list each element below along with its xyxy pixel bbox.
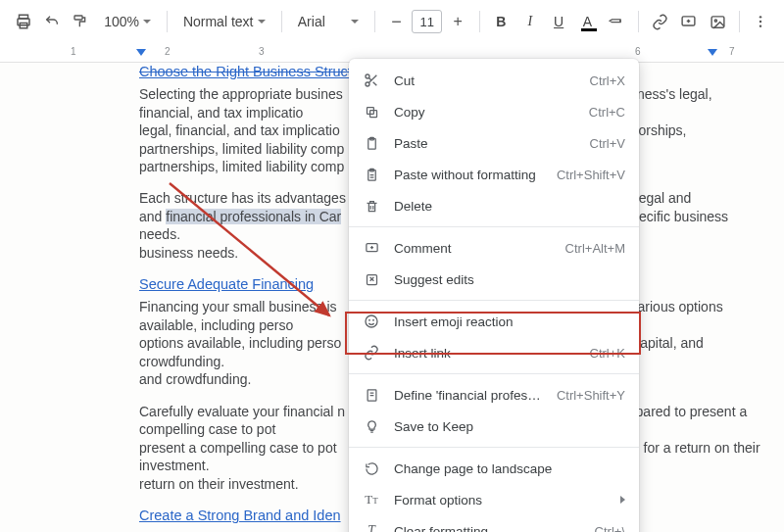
undo-button[interactable]: [38, 7, 65, 36]
add-comment-toolbar-button[interactable]: [675, 7, 702, 36]
trash-icon: [363, 197, 380, 215]
emoji-icon: [363, 313, 380, 330]
ctx-insert-link[interactable]: Insert link Ctrl+K: [349, 337, 639, 368]
minus-icon: −: [391, 12, 402, 32]
ctx-define[interactable]: Define 'financial professio...' Ctrl+Shi…: [349, 379, 639, 411]
menu-separator: [349, 447, 639, 448]
font-family-value: Arial: [298, 14, 325, 29]
more-vertical-icon: [753, 14, 768, 29]
italic-icon: I: [527, 14, 532, 29]
ctx-suggest-edits[interactable]: Suggest edits: [349, 264, 639, 295]
ctx-delete[interactable]: Delete: [349, 190, 639, 221]
insert-link-toolbar-button[interactable]: [647, 7, 673, 36]
zoom-value: 100%: [104, 14, 139, 29]
separator: [638, 11, 639, 32]
image-icon: [710, 14, 726, 30]
print-button[interactable]: [10, 7, 36, 36]
chevron-right-icon: [620, 496, 625, 504]
ruler-tick: 3: [259, 46, 265, 57]
svg-point-22: [373, 319, 374, 320]
svg-point-11: [366, 82, 369, 86]
decrease-font-size-button[interactable]: −: [383, 7, 410, 36]
menu-separator: [349, 373, 639, 374]
increase-font-size-button[interactable]: +: [444, 7, 470, 36]
chevron-down-icon: [258, 20, 266, 24]
ctx-change-landscape[interactable]: Change page to landscape: [349, 453, 639, 484]
chevron-down-icon: [351, 20, 359, 24]
svg-point-9: [760, 24, 761, 26]
more-toolbar-button[interactable]: [748, 7, 774, 36]
font-size-input[interactable]: 11: [412, 10, 442, 33]
paragraph-style-value: Normal text: [183, 14, 254, 29]
lightbulb-icon: [363, 417, 380, 435]
text-color-icon: A: [583, 14, 592, 29]
scissors-icon: [363, 72, 380, 89]
zoom-combo[interactable]: 100%: [96, 7, 159, 36]
format-icon: TT: [363, 491, 380, 508]
plus-icon: +: [453, 13, 462, 30]
ctx-clear-formatting[interactable]: T✕ Clear formatting Ctrl+\: [349, 515, 639, 532]
ctx-copy[interactable]: Copy Ctrl+C: [349, 96, 639, 127]
svg-point-7: [760, 16, 761, 18]
clipboard-plain-icon: [363, 166, 380, 183]
font-family-combo[interactable]: Arial: [290, 7, 367, 36]
ctx-emoji-reaction[interactable]: Insert emoji reaction: [349, 306, 639, 337]
svg-point-8: [760, 21, 761, 23]
print-icon: [15, 13, 32, 30]
clear-format-icon: T✕: [363, 522, 380, 532]
ruler-tick: 6: [635, 46, 641, 57]
bold-icon: B: [496, 14, 506, 29]
insert-image-toolbar-button[interactable]: [704, 7, 730, 36]
ruler-tick: 2: [165, 46, 171, 57]
svg-rect-3: [74, 16, 82, 20]
highlight-color-button[interactable]: [603, 7, 629, 36]
ctx-save-keep[interactable]: Save to Keep: [349, 411, 639, 442]
svg-point-21: [369, 319, 370, 320]
undo-icon: [44, 14, 60, 29]
svg-point-10: [366, 74, 369, 78]
separator: [374, 11, 375, 32]
link-icon: [652, 14, 668, 30]
paint-format-button[interactable]: [68, 7, 94, 36]
separator: [167, 11, 168, 32]
selected-text: financial professionals in Car: [166, 209, 341, 224]
ctx-paste[interactable]: Paste Ctrl+V: [349, 127, 639, 159]
link-icon: [363, 344, 380, 362]
rotate-icon: [363, 459, 380, 477]
paint-roller-icon: [73, 14, 88, 29]
dictionary-icon: [363, 386, 380, 404]
separator: [479, 11, 480, 32]
menu-separator: [349, 300, 639, 301]
ruler-tick: 7: [729, 46, 735, 57]
comment-plus-icon: [680, 14, 697, 30]
indent-left-marker[interactable]: [136, 49, 146, 56]
toolbar: 100% Normal text Arial − 11 + B I U A: [0, 0, 784, 43]
chevron-down-icon: [143, 20, 151, 24]
separator: [739, 11, 740, 32]
ctx-format-options[interactable]: TT Format options: [349, 484, 639, 515]
copy-icon: [363, 103, 380, 121]
svg-rect-5: [711, 16, 724, 26]
ctx-comment[interactable]: Comment Ctrl+Alt+M: [349, 232, 639, 264]
bold-button[interactable]: B: [488, 7, 514, 36]
underline-button[interactable]: U: [545, 7, 571, 36]
italic-button[interactable]: I: [516, 7, 543, 36]
ruler-tick: 1: [71, 46, 76, 57]
underline-icon: U: [554, 14, 564, 29]
separator: [281, 11, 282, 32]
clipboard-icon: [363, 134, 380, 152]
highlighter-icon: [606, 10, 628, 32]
svg-point-20: [366, 315, 377, 327]
svg-point-6: [714, 19, 716, 21]
indent-right-marker[interactable]: [708, 49, 717, 56]
ctx-cut[interactable]: Cut Ctrl+X: [349, 65, 639, 96]
menu-separator: [349, 226, 639, 227]
paragraph-style-combo[interactable]: Normal text: [175, 7, 273, 36]
comment-plus-icon: [363, 239, 380, 257]
suggest-edits-icon: [363, 270, 380, 288]
ctx-paste-no-format[interactable]: Paste without formatting Ctrl+Shift+V: [349, 159, 639, 190]
heading: Choose the Right Business Structure: [139, 63, 372, 81]
text-color-button[interactable]: A: [574, 7, 601, 36]
context-menu: Cut Ctrl+X Copy Ctrl+C Paste Ctrl+V Past…: [349, 59, 639, 532]
